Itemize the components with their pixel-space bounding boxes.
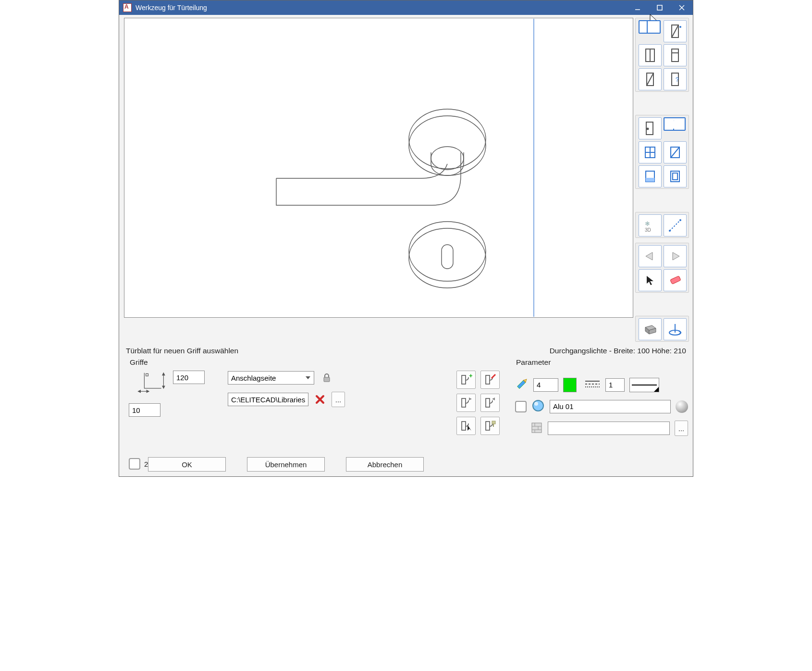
- handle-copy-style-button[interactable]: [480, 417, 500, 435]
- material-ball-icon[interactable]: [531, 399, 545, 414]
- svg-rect-36: [673, 173, 677, 180]
- svg-line-32: [671, 147, 679, 158]
- linetype-number-input[interactable]: [605, 378, 625, 392]
- svg-marker-56: [138, 390, 141, 393]
- handle-height-input[interactable]: [173, 371, 205, 384]
- svg-rect-1: [657, 5, 662, 10]
- svg-point-8: [431, 147, 464, 170]
- svg-rect-51: [146, 373, 148, 376]
- svg-text:3D: 3D: [645, 227, 651, 233]
- tool-glazing[interactable]: [664, 141, 687, 163]
- svg-marker-44: [647, 276, 653, 285]
- svg-rect-31: [671, 147, 679, 158]
- svg-rect-12: [647, 21, 649, 33]
- svg-point-16: [679, 26, 681, 28]
- svg-text:?: ?: [676, 76, 679, 83]
- tool-muntins[interactable]: [639, 141, 662, 163]
- svg-point-40: [669, 230, 671, 232]
- svg-rect-74: [517, 380, 526, 388]
- tool-freeze-3d[interactable]: ❄3D: [639, 214, 662, 236]
- material-preview-ball[interactable]: [676, 400, 688, 413]
- panel-griffe: Griffe: [129, 358, 509, 470]
- status-dimensions: Durchgangslichte - Breite: 100 Höhe: 210: [550, 347, 686, 355]
- minimize-button[interactable]: [627, 0, 649, 15]
- preview-viewport[interactable]: [124, 18, 633, 318]
- svg-rect-58: [324, 377, 330, 382]
- pen-number-input[interactable]: [533, 378, 558, 392]
- handle-flip-left-button[interactable]: [456, 394, 476, 412]
- svg-marker-53: [162, 373, 165, 375]
- pen-color-swatch[interactable]: [563, 378, 577, 392]
- tool-handle[interactable]: [664, 117, 686, 131]
- tool-door-type-3[interactable]: [639, 44, 662, 66]
- apply-button[interactable]: Übernehmen: [247, 457, 325, 472]
- tool-door-type-2[interactable]: [664, 20, 687, 42]
- svg-point-49: [669, 330, 681, 335]
- handle-offset-input[interactable]: [129, 403, 160, 417]
- svg-rect-25: [646, 122, 653, 135]
- svg-point-79: [533, 400, 543, 411]
- svg-rect-28: [645, 147, 655, 158]
- material-enable-checkbox[interactable]: [515, 401, 527, 412]
- svg-rect-21: [647, 73, 653, 86]
- hinge-side-select[interactable]: [228, 371, 314, 385]
- svg-point-41: [679, 219, 681, 221]
- handle-flip-right-button[interactable]: [480, 394, 500, 412]
- svg-point-10: [409, 222, 486, 281]
- checkbox-2d-box[interactable]: [129, 458, 140, 470]
- svg-rect-61: [462, 375, 466, 384]
- tool-prev[interactable]: [639, 245, 662, 267]
- svg-marker-68: [492, 398, 495, 400]
- svg-rect-45: [670, 276, 681, 285]
- svg-rect-14: [672, 25, 678, 37]
- maximize-button[interactable]: [649, 0, 671, 15]
- svg-rect-81: [532, 423, 541, 433]
- handle-position-icon: [129, 371, 169, 394]
- texture-path-input[interactable]: [548, 422, 670, 435]
- library-path-input[interactable]: [228, 393, 308, 406]
- svg-point-9: [409, 228, 486, 288]
- tool-erase[interactable]: [664, 269, 687, 291]
- tool-leaf[interactable]: [639, 117, 662, 139]
- handle-pick-button[interactable]: [456, 417, 476, 435]
- lock-icon[interactable]: [319, 371, 334, 385]
- texture-icon[interactable]: [530, 422, 543, 435]
- tool-panel-bottom[interactable]: [639, 165, 662, 187]
- material-name-input[interactable]: [550, 400, 671, 413]
- svg-rect-72: [492, 421, 495, 424]
- pen-icon: [515, 377, 529, 392]
- svg-rect-71: [486, 422, 490, 430]
- tool-panel-frame[interactable]: [664, 165, 687, 187]
- tool-door-type-1[interactable]: [639, 20, 661, 34]
- linetype-preview[interactable]: [629, 378, 659, 392]
- titlebar: Werkzeug für Türteilung: [119, 0, 693, 15]
- cancel-button[interactable]: Abbrechen: [346, 457, 424, 472]
- dialog-window: Werkzeug für Türteilung: [119, 0, 693, 477]
- texture-browse-button[interactable]: ...: [675, 421, 688, 436]
- linetype-icon: [584, 379, 601, 391]
- browse-path-button[interactable]: ...: [332, 392, 345, 407]
- svg-rect-35: [671, 171, 679, 182]
- close-button[interactable]: [671, 0, 693, 15]
- svg-marker-57: [147, 390, 149, 393]
- svg-rect-65: [462, 398, 466, 407]
- tool-door-type-4[interactable]: [664, 44, 687, 66]
- clear-path-button[interactable]: [312, 392, 328, 407]
- svg-point-7: [409, 109, 486, 169]
- panel-parameter: Parameter ...: [515, 358, 688, 470]
- svg-line-15: [672, 25, 678, 37]
- tool-measure[interactable]: [664, 214, 687, 236]
- handle-edit-button[interactable]: [480, 371, 500, 389]
- ok-button[interactable]: OK: [148, 457, 226, 472]
- tool-next[interactable]: [664, 245, 687, 267]
- tool-rotate[interactable]: [664, 318, 687, 340]
- tool-select[interactable]: [639, 269, 662, 291]
- handle-add-button[interactable]: +: [456, 371, 476, 389]
- svg-rect-33: [646, 171, 654, 182]
- tool-solid[interactable]: [639, 318, 662, 340]
- right-toolbar: ? ❄3D: [635, 18, 689, 342]
- tool-door-type-5[interactable]: [639, 68, 662, 90]
- status-message: Türblatt für neuen Griff auswählen: [126, 347, 238, 355]
- tool-door-type-6[interactable]: ?: [664, 68, 687, 90]
- svg-rect-67: [486, 398, 490, 407]
